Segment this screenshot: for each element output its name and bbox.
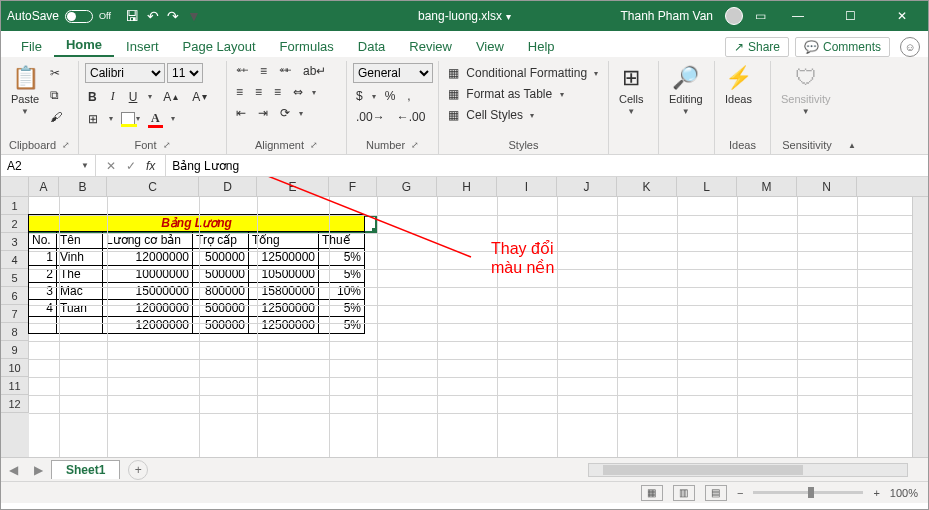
tab-view[interactable]: View — [464, 35, 516, 57]
row-header[interactable]: 4 — [1, 251, 29, 269]
tab-file[interactable]: File — [9, 35, 54, 57]
fx-icon[interactable]: fx — [146, 159, 155, 173]
align-top-icon[interactable]: ⬴ — [233, 63, 251, 79]
zoom-slider[interactable] — [753, 491, 863, 494]
number-format-select[interactable]: General — [353, 63, 433, 83]
zoom-in-icon[interactable]: + — [873, 487, 879, 499]
accounting-icon[interactable]: $ — [353, 88, 366, 104]
row-header[interactable]: 8 — [1, 323, 29, 341]
tab-page-layout[interactable]: Page Layout — [171, 35, 268, 57]
worksheet-grid[interactable]: ABCDEFGHIJKLMN 123456789101112 Bảng Lươn… — [1, 177, 928, 457]
orientation-icon[interactable]: ⟳ — [277, 105, 293, 121]
col-header[interactable]: D — [199, 177, 257, 196]
wrap-text-icon[interactable]: ab↵ — [300, 63, 329, 79]
user-avatar-icon[interactable] — [725, 7, 743, 25]
tab-home[interactable]: Home — [54, 33, 114, 57]
fill-color-button[interactable]: ▾ — [121, 112, 140, 126]
vertical-scrollbar[interactable] — [912, 197, 928, 457]
qat-dropdown-icon[interactable]: ▼ — [187, 8, 201, 24]
row-header[interactable]: 6 — [1, 287, 29, 305]
tab-insert[interactable]: Insert — [114, 35, 171, 57]
close-icon[interactable]: ✕ — [882, 9, 922, 23]
row-header[interactable]: 3 — [1, 233, 29, 251]
font-size-select[interactable]: 11 — [167, 63, 203, 83]
underline-button[interactable]: U — [126, 89, 141, 105]
undo-icon[interactable]: ↶ — [147, 8, 159, 24]
align-middle-icon[interactable]: ≡ — [257, 63, 270, 79]
col-header[interactable]: J — [557, 177, 617, 196]
row-header[interactable]: 1 — [1, 197, 29, 215]
select-all-corner[interactable] — [1, 177, 29, 196]
launcher-icon[interactable]: ⤢ — [62, 140, 70, 150]
align-left-icon[interactable]: ≡ — [233, 84, 246, 100]
row-header[interactable]: 2 — [1, 215, 29, 233]
conditional-formatting-button[interactable]: ▦ Conditional Formatting ▾ — [445, 65, 601, 81]
zoom-out-icon[interactable]: − — [737, 487, 743, 499]
maximize-icon[interactable]: ☐ — [830, 9, 870, 23]
autosave-toggle[interactable]: AutoSave Off — [7, 9, 111, 23]
copy-icon[interactable]: ⧉ — [47, 87, 65, 103]
editing-button[interactable]: 🔎Editing▼ — [665, 63, 707, 118]
merge-center-icon[interactable]: ⇔ — [290, 84, 306, 100]
col-header[interactable]: I — [497, 177, 557, 196]
borders-button[interactable]: ⊞ — [85, 111, 101, 127]
tab-help[interactable]: Help — [516, 35, 567, 57]
col-header[interactable]: F — [329, 177, 377, 196]
col-header[interactable]: K — [617, 177, 677, 196]
normal-view-icon[interactable]: ▦ — [641, 485, 663, 501]
name-box[interactable]: A2▼ — [1, 155, 96, 176]
decrease-font-icon[interactable]: A▾ — [189, 89, 210, 105]
tab-formulas[interactable]: Formulas — [268, 35, 346, 57]
cell-styles-button[interactable]: ▦ Cell Styles ▾ — [445, 107, 601, 123]
bold-button[interactable]: B — [85, 89, 100, 105]
col-header[interactable]: L — [677, 177, 737, 196]
row-header[interactable]: 9 — [1, 341, 29, 359]
share-button[interactable]: ↗Share — [725, 37, 789, 57]
format-painter-icon[interactable]: 🖌 — [47, 109, 65, 125]
row-header[interactable]: 7 — [1, 305, 29, 323]
cells-button[interactable]: ⊞Cells▼ — [615, 63, 647, 118]
enter-icon[interactable]: ✓ — [126, 159, 136, 173]
col-header[interactable]: M — [737, 177, 797, 196]
col-header[interactable]: H — [437, 177, 497, 196]
horizontal-scrollbar[interactable] — [588, 463, 908, 477]
align-bottom-icon[interactable]: ⬵ — [276, 63, 294, 79]
col-header[interactable]: N — [797, 177, 857, 196]
sheet-tab[interactable]: Sheet1 — [51, 460, 120, 479]
launcher-icon[interactable]: ⤢ — [310, 140, 318, 150]
formula-input[interactable]: Bảng Lương — [166, 155, 928, 176]
col-header[interactable]: A — [29, 177, 59, 196]
zoom-level[interactable]: 100% — [890, 487, 918, 499]
minimize-icon[interactable]: — — [778, 9, 818, 23]
sheet-nav-prev-icon[interactable]: ◀ — [1, 463, 26, 477]
align-right-icon[interactable]: ≡ — [271, 84, 284, 100]
row-header[interactable]: 11 — [1, 377, 29, 395]
cut-icon[interactable]: ✂ — [47, 65, 65, 81]
increase-font-icon[interactable]: A▴ — [160, 89, 181, 105]
feedback-icon[interactable]: ☺ — [900, 37, 920, 57]
row-header[interactable]: 12 — [1, 395, 29, 413]
save-icon[interactable]: 🖫 — [125, 8, 139, 24]
tab-data[interactable]: Data — [346, 35, 397, 57]
col-header[interactable]: G — [377, 177, 437, 196]
decrease-indent-icon[interactable]: ⇤ — [233, 105, 249, 121]
add-sheet-button[interactable]: + — [128, 460, 148, 480]
tab-review[interactable]: Review — [397, 35, 464, 57]
increase-decimal-icon[interactable]: .00→ — [353, 109, 388, 125]
comma-icon[interactable]: , — [404, 88, 413, 104]
row-header[interactable]: 5 — [1, 269, 29, 287]
ribbon-display-icon[interactable]: ▭ — [755, 9, 766, 23]
font-name-select[interactable]: Calibri — [85, 63, 165, 83]
redo-icon[interactable]: ↷ — [167, 8, 179, 24]
italic-button[interactable]: I — [108, 88, 118, 105]
col-header[interactable]: E — [257, 177, 329, 196]
decrease-decimal-icon[interactable]: ←.00 — [394, 109, 429, 125]
launcher-icon[interactable]: ⤢ — [163, 140, 171, 150]
sheet-nav-next-icon[interactable]: ▶ — [26, 463, 51, 477]
cancel-icon[interactable]: ✕ — [106, 159, 116, 173]
page-break-view-icon[interactable]: ▤ — [705, 485, 727, 501]
page-layout-view-icon[interactable]: ▥ — [673, 485, 695, 501]
paste-button[interactable]: 📋 Paste▼ — [7, 63, 43, 118]
ideas-button[interactable]: ⚡Ideas — [721, 63, 756, 107]
font-color-button[interactable]: A — [148, 110, 163, 127]
